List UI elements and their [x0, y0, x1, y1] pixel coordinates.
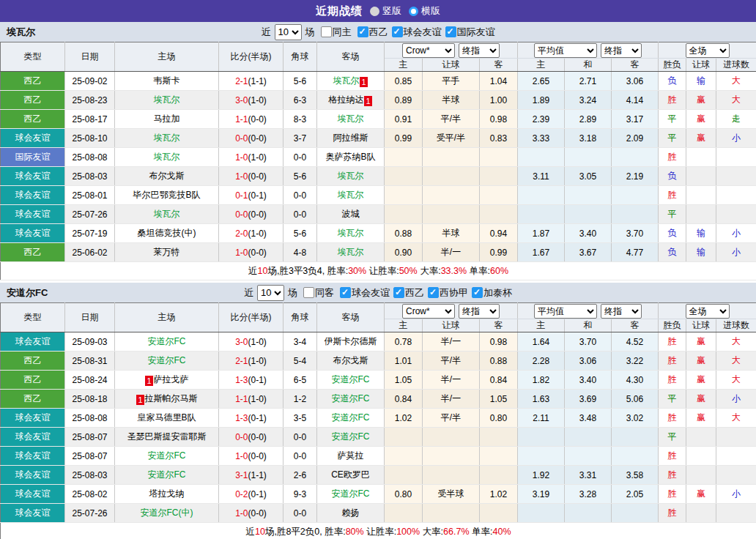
- same-venue-checkbox[interactable]: [321, 26, 332, 37]
- fulltime-score: 3-1: [235, 470, 248, 480]
- radio-icon-vertical[interactable]: [370, 7, 379, 16]
- match-date-cell: 25-08-03: [65, 167, 115, 186]
- away-team-cell: 埃瓦尔1: [317, 72, 385, 91]
- radio-icon-horizontal[interactable]: [409, 7, 418, 16]
- asia-odds-cell: [423, 466, 480, 485]
- result-cell: 胜: [659, 148, 686, 167]
- summary-segment: 场,胜3平3负4, 胜率:: [267, 266, 348, 276]
- asia-odds-cell: [385, 148, 423, 167]
- europe-odds-cell: 1.92: [518, 466, 565, 485]
- rank-badge: 1: [360, 77, 367, 87]
- match-row: 西乙25-08-241萨拉戈萨1-3(0-1)6-5安道尔FC1.05半/一0.…: [1, 371, 756, 390]
- match-type-cell: 球会友谊: [1, 447, 65, 466]
- corner-cell: 5-4: [284, 352, 317, 371]
- europe-odds-cell: 3.05: [565, 167, 612, 186]
- asia-odds-cell: [480, 504, 518, 523]
- halftime-score: (1-0): [248, 337, 267, 347]
- league-filter[interactable]: 球会友谊: [338, 286, 390, 300]
- league-checkbox[interactable]: [357, 26, 368, 37]
- score-cell: 1-1(1-0): [219, 390, 284, 409]
- home-team-cell: 布尔戈斯: [115, 167, 219, 186]
- europe-final-select[interactable]: 终指: [601, 304, 642, 319]
- same-venue-checkbox[interactable]: [303, 287, 314, 298]
- result-cell: [686, 205, 716, 224]
- home-team-name: 埃瓦尔: [154, 152, 180, 162]
- halftime-score: (0-0): [248, 171, 267, 182]
- layout-radio-horizontal[interactable]: 横版: [409, 4, 440, 18]
- games-label: 场: [305, 26, 315, 39]
- match-date-cell: 25-08-02: [65, 485, 115, 504]
- fulltime-score: 2-1: [235, 76, 248, 86]
- filter-bar: 近 10 场 同客 球会友谊西乙西协甲加泰杯: [244, 285, 512, 301]
- result-cell: [716, 504, 756, 523]
- result-scope-select[interactable]: 全场: [686, 43, 730, 58]
- same-venue-filter[interactable]: 同主: [319, 26, 352, 39]
- asia-odds-cell: 1.05: [480, 390, 518, 409]
- match-count-select[interactable]: 10: [257, 285, 284, 301]
- result-scope-select[interactable]: 全场: [686, 304, 730, 319]
- halftime-score: (1-0): [248, 394, 267, 404]
- league-filter[interactable]: 西乙: [391, 286, 424, 300]
- halftime-score: (0-1): [248, 190, 267, 201]
- result-cell: [716, 205, 756, 224]
- same-venue-filter[interactable]: 同客: [301, 286, 334, 300]
- layout-radio-vertical[interactable]: 竖版: [370, 4, 401, 18]
- asia-odds-cell: [480, 447, 518, 466]
- asia-odds-cell: 平/半: [423, 409, 480, 428]
- league-filters: 西乙球会友谊国际友谊: [354, 26, 495, 39]
- col-header-result-goals: 进球数: [716, 59, 756, 72]
- home-team-name: 埃瓦尔: [154, 209, 180, 219]
- league-filter[interactable]: 西乙: [355, 26, 388, 39]
- result-cell: 胜: [659, 186, 686, 205]
- league-checkbox[interactable]: [392, 26, 403, 37]
- league-filter[interactable]: 国际友谊: [443, 26, 495, 39]
- league-label: 西乙: [369, 26, 388, 39]
- summary-segment: 单率:: [467, 266, 490, 276]
- europe-final-select[interactable]: 终指: [601, 43, 642, 58]
- europe-odds-cell: [518, 447, 565, 466]
- europe-company-select[interactable]: 平均值: [534, 43, 597, 58]
- league-filter[interactable]: 加泰杯: [470, 286, 512, 300]
- match-date-cell: 25-09-03: [65, 332, 115, 352]
- asia-final-select[interactable]: 终指: [459, 43, 500, 58]
- result-cell: 平: [659, 205, 686, 224]
- match-date-cell: 25-08-24: [65, 371, 115, 390]
- summary-segment: 66.7%: [443, 527, 469, 537]
- match-row: 西乙25-08-23埃瓦尔3-0(1-0)6-3格拉纳达10.89半球1.001…: [1, 91, 756, 110]
- asia-odds-cell: 1.05: [385, 371, 423, 390]
- europe-odds-cell: [612, 205, 659, 224]
- league-checkbox[interactable]: [428, 287, 439, 298]
- match-type-cell: 西乙: [1, 390, 65, 409]
- europe-odds-cell: 3.22: [612, 352, 659, 371]
- match-date-cell: 25-09-02: [65, 72, 115, 91]
- home-team-cell: 安道尔FC: [115, 352, 219, 371]
- fulltime-score: 0-2: [235, 489, 248, 499]
- away-team-name: 安道尔FC: [332, 431, 370, 442]
- asia-final-select[interactable]: 终指: [459, 304, 500, 319]
- europe-odds-cell: 3.33: [518, 129, 565, 148]
- league-filter[interactable]: 球会友谊: [390, 26, 442, 39]
- league-checkbox[interactable]: [393, 287, 404, 298]
- europe-company-select[interactable]: 平均值: [534, 304, 597, 319]
- asia-company-select[interactable]: Crow*: [402, 43, 455, 58]
- asia-odds-cell: 0.94: [480, 224, 518, 243]
- summary-text: 近10场,胜3平3负4, 胜率:30% 让胜率:50% 大率:33.3% 单率:…: [1, 262, 756, 280]
- europe-odds-cell: 3.69: [565, 390, 612, 409]
- league-checkbox[interactable]: [445, 26, 456, 37]
- result-cell: 胜: [659, 504, 686, 523]
- europe-odds-cell: 3.11: [518, 167, 565, 186]
- league-checkbox[interactable]: [340, 287, 351, 298]
- halftime-score: (0-0): [248, 114, 267, 124]
- asia-company-select[interactable]: Crow*: [402, 304, 455, 319]
- score-cell: 3-0(1-0): [219, 91, 284, 110]
- league-checkbox[interactable]: [472, 287, 483, 298]
- corner-cell: 0-0: [284, 447, 317, 466]
- asia-odds-cell: 0.99: [385, 129, 423, 148]
- league-filter[interactable]: 西协甲: [426, 286, 468, 300]
- asia-odds-cell: [423, 504, 480, 523]
- home-team-name: 拉斯帕尔马斯: [145, 393, 198, 404]
- away-team-name: 埃瓦尔: [333, 75, 359, 86]
- result-cell: 走: [716, 110, 756, 129]
- match-count-select[interactable]: 10: [275, 24, 302, 40]
- summary-segment: 场,胜8平2负0, 胜率:: [265, 527, 346, 537]
